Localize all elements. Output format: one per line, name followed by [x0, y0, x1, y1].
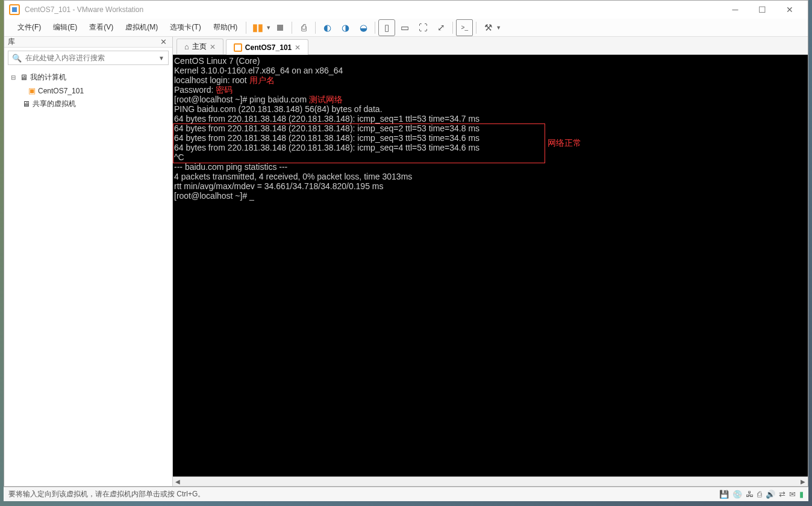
status-network-icon[interactable]: 🖧 [746, 490, 754, 499]
annotation-box-ping [173, 123, 545, 163]
terminal-line: PING baidu.com (220.181.38.148) 56(84) b… [174, 104, 807, 114]
titlebar[interactable]: CentOS7_101 - VMware Workstation ─ ☐ ✕ [4, 1, 808, 19]
toolbar-separator [315, 22, 316, 34]
terminal-line: 4 packets transmitted, 4 received, 0% pa… [174, 172, 807, 181]
status-sound-icon[interactable]: 🔊 [766, 490, 775, 499]
devices-icon[interactable]: ⚒ [479, 19, 496, 36]
annotation-user: 用户名 [249, 75, 275, 85]
terminal-line: [root@localhost ~]# _ [174, 191, 807, 201]
terminal-line: rtt min/avg/max/mdev = 34.661/34.718/34.… [174, 181, 807, 191]
search-input[interactable] [25, 54, 158, 62]
main-panel: ⌂ 主页 ✕ CentOS7_101 ✕ CentOS Linux 7 (Cor… [173, 37, 808, 486]
status-usb-icon[interactable]: ⇄ [779, 490, 785, 499]
sidebar: 库 ✕ 🔍 ▼ ⊟ 🖥 我的计算机 ▣ CentOS7_101 [4, 37, 173, 486]
tree-shared[interactable]: 🖥 共享的虚拟机 [9, 97, 167, 111]
view-single-icon[interactable]: ▯ [378, 19, 395, 36]
tab-home-label: 主页 [192, 42, 207, 52]
exit-fullscreen-icon[interactable]: ⤢ [433, 19, 449, 36]
snapshot-icon[interactable]: ◐ [319, 19, 336, 36]
devices-dropdown-icon[interactable]: ▼ [496, 25, 501, 31]
sidebar-title: 库 [8, 37, 158, 47]
vm-tree: ⊟ 🖥 我的计算机 ▣ CentOS7_101 🖥 共享的虚拟机 [4, 68, 172, 113]
tab-home[interactable]: ⌂ 主页 ✕ [176, 39, 223, 54]
pause-icon[interactable]: ▮▮ [249, 19, 266, 36]
annotation-net: 测试网络 [309, 95, 343, 104]
sidebar-close-icon[interactable]: ✕ [158, 37, 169, 46]
terminal-line: --- baidu.com ping statistics --- [174, 162, 807, 172]
computer-icon: 🖥 [20, 73, 28, 82]
terminal-line: CentOS Linux 7 (Core) [174, 56, 807, 66]
vmware-window: CentOS7_101 - VMware Workstation ─ ☐ ✕ 文… [4, 0, 808, 487]
tree-toggle-icon[interactable]: ⊟ [9, 74, 17, 81]
terminal-line: 64 bytes from 220.181.38.148 (220.181.38… [174, 114, 807, 123]
terminal-line: Kernel 3.10.0-1160.el7.x86_64 on an x86_… [174, 66, 807, 75]
menu-view[interactable]: 查看(V) [83, 20, 119, 35]
content-area: 库 ✕ 🔍 ▼ ⊟ 🖥 我的计算机 ▣ CentOS7_101 [4, 37, 808, 486]
snapshot-manager-icon[interactable]: ◑ [337, 19, 354, 36]
minimize-button[interactable]: ─ [722, 1, 749, 18]
status-printer-icon[interactable]: ⎙ [757, 490, 762, 499]
printer-icon[interactable]: ⎙ [295, 19, 312, 36]
toolbar-separator [292, 22, 292, 34]
stop-icon[interactable] [272, 19, 289, 36]
search-icon: 🔍 [12, 54, 22, 63]
view-unity-icon[interactable]: ▭ [396, 19, 413, 36]
annotation-network-ok: 网络正常 [548, 138, 581, 148]
status-message-icon[interactable]: ✉ [789, 490, 796, 499]
shared-icon: 🖥 [22, 99, 30, 108]
window-title: CentOS7_101 - VMware Workstation [25, 5, 722, 14]
tree-vm-label: CentOS7_101 [38, 87, 84, 95]
search-box[interactable]: 🔍 ▼ [8, 51, 169, 65]
vm-icon: ▣ [28, 86, 36, 95]
tab-close-icon[interactable]: ✕ [295, 43, 301, 52]
pause-dropdown-icon[interactable]: ▼ [266, 25, 271, 31]
terminal-line: [root@localhost ~]# ping baidu.com 测试网络 [174, 95, 807, 104]
vm-tab-icon [234, 43, 242, 52]
horizontal-scrollbar[interactable]: ◀ ▶ [173, 476, 808, 486]
annotation-password: 密码 [216, 85, 233, 95]
tab-bar: ⌂ 主页 ✕ CentOS7_101 ✕ [173, 37, 808, 55]
window-controls: ─ ☐ ✕ [722, 1, 803, 18]
menu-edit[interactable]: 编辑(E) [47, 20, 83, 35]
menubar: 文件(F) 编辑(E) 查看(V) 虚拟机(M) 选项卡(T) 帮助(H) ▮▮… [4, 19, 808, 37]
menu-tabs[interactable]: 选项卡(T) [164, 20, 207, 35]
terminal-line: Password: 密码 [174, 85, 807, 95]
home-icon: ⌂ [184, 42, 189, 51]
toolbar-separator [246, 22, 246, 34]
close-button[interactable]: ✕ [776, 1, 803, 18]
statusbar: 要将输入定向到该虚拟机，请在虚拟机内部单击或按 Ctrl+G。 💾 💿 🖧 ⎙ … [4, 487, 808, 501]
vmware-icon [9, 4, 20, 15]
fullscreen-icon[interactable]: ⛶ [414, 19, 431, 36]
tree-vm-centos[interactable]: ▣ CentOS7_101 [9, 84, 167, 97]
status-display-icon[interactable]: ▮ [799, 490, 804, 499]
menu-vm[interactable]: 虚拟机(M) [119, 20, 164, 35]
scroll-left-icon[interactable]: ◀ [173, 477, 183, 487]
toolbar-separator [452, 22, 453, 34]
terminal[interactable]: CentOS Linux 7 (Core) Kernel 3.10.0-1160… [173, 55, 808, 476]
status-icons: 💾 💿 🖧 ⎙ 🔊 ⇄ ✉ ▮ [719, 490, 804, 499]
menu-help[interactable]: 帮助(H) [207, 20, 244, 35]
status-disk-icon[interactable]: 💾 [719, 490, 729, 499]
menu-file[interactable]: 文件(F) [11, 20, 47, 35]
tree-shared-label: 共享的虚拟机 [33, 99, 76, 109]
toolbar-separator [476, 22, 476, 34]
tree-root[interactable]: ⊟ 🖥 我的计算机 [9, 70, 167, 84]
tab-close-icon[interactable]: ✕ [210, 43, 216, 51]
tab-centos[interactable]: CentOS7_101 ✕ [226, 39, 308, 55]
tree-root-label: 我的计算机 [30, 72, 66, 83]
scroll-right-icon[interactable]: ▶ [798, 477, 808, 487]
search-dropdown-icon[interactable]: ▼ [158, 55, 164, 61]
console-icon[interactable]: >_ [456, 19, 473, 36]
maximize-button[interactable]: ☐ [749, 1, 776, 18]
status-text: 要将输入定向到该虚拟机，请在虚拟机内部单击或按 Ctrl+G。 [8, 489, 719, 499]
tab-vm-label: CentOS7_101 [245, 43, 292, 52]
status-cd-icon[interactable]: 💿 [732, 490, 742, 499]
toolbar-separator [375, 22, 375, 34]
snapshot-revert-icon[interactable]: ◒ [355, 19, 372, 36]
terminal-line: localhost login: root 用户名 [174, 75, 807, 85]
sidebar-header: 库 ✕ [4, 37, 172, 48]
